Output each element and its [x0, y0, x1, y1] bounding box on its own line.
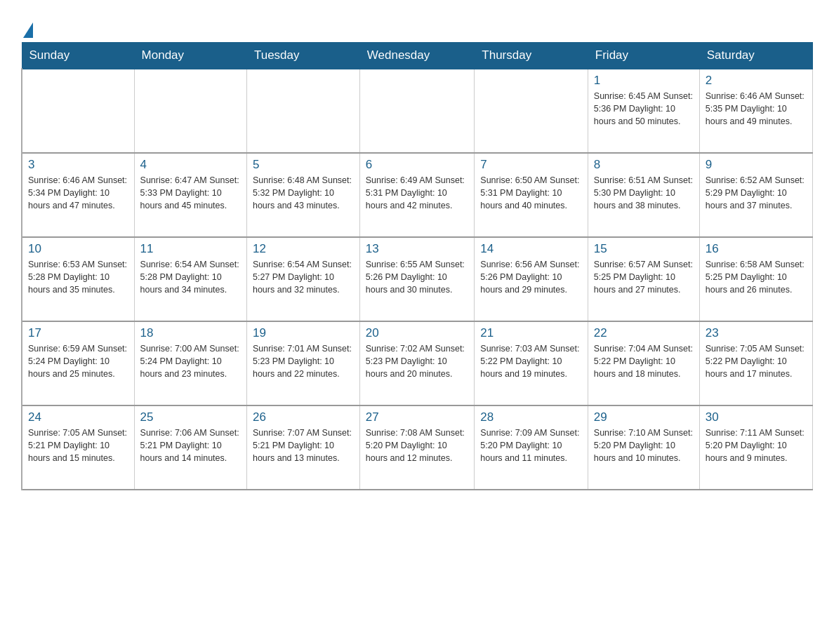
calendar-cell: 16Sunrise: 6:58 AM Sunset: 5:25 PM Dayli…	[699, 237, 812, 321]
day-number: 27	[366, 410, 469, 424]
calendar-day-header: Friday	[588, 43, 699, 69]
calendar-week-row: 24Sunrise: 7:05 AM Sunset: 5:21 PM Dayli…	[22, 405, 813, 490]
calendar-cell: 15Sunrise: 6:57 AM Sunset: 5:25 PM Dayli…	[588, 237, 699, 321]
day-number: 5	[253, 158, 354, 172]
day-number: 2	[706, 74, 807, 88]
day-info: Sunrise: 6:54 AM Sunset: 5:28 PM Dayligh…	[140, 258, 241, 296]
day-number: 26	[253, 410, 354, 424]
calendar-cell: 10Sunrise: 6:53 AM Sunset: 5:28 PM Dayli…	[22, 237, 134, 321]
calendar-cell: 21Sunrise: 7:03 AM Sunset: 5:22 PM Dayli…	[475, 321, 588, 405]
calendar-cell: 27Sunrise: 7:08 AM Sunset: 5:20 PM Dayli…	[359, 405, 475, 490]
day-number: 25	[140, 410, 241, 424]
day-info: Sunrise: 7:10 AM Sunset: 5:20 PM Dayligh…	[594, 427, 694, 464]
calendar-cell	[134, 69, 246, 153]
calendar-cell: 17Sunrise: 6:59 AM Sunset: 5:24 PM Dayli…	[22, 321, 134, 405]
day-number: 30	[706, 410, 807, 424]
day-number: 21	[480, 326, 582, 340]
calendar-cell	[246, 69, 359, 153]
calendar-day-header: Tuesday	[246, 43, 359, 69]
day-info: Sunrise: 7:00 AM Sunset: 5:24 PM Dayligh…	[140, 342, 241, 380]
day-number: 22	[594, 326, 694, 340]
calendar-cell: 22Sunrise: 7:04 AM Sunset: 5:22 PM Dayli…	[588, 321, 699, 405]
calendar-header-row: SundayMondayTuesdayWednesdayThursdayFrid…	[22, 43, 813, 69]
logo	[21, 21, 80, 35]
day-number: 18	[140, 326, 241, 340]
calendar-cell	[475, 69, 588, 153]
calendar-cell: 13Sunrise: 6:55 AM Sunset: 5:26 PM Dayli…	[359, 237, 475, 321]
day-info: Sunrise: 6:46 AM Sunset: 5:34 PM Dayligh…	[28, 174, 128, 212]
day-info: Sunrise: 6:56 AM Sunset: 5:26 PM Dayligh…	[480, 258, 582, 296]
calendar-day-header: Thursday	[475, 43, 588, 69]
day-info: Sunrise: 7:05 AM Sunset: 5:22 PM Dayligh…	[706, 342, 807, 380]
day-info: Sunrise: 6:47 AM Sunset: 5:33 PM Dayligh…	[140, 174, 241, 212]
calendar-cell: 24Sunrise: 7:05 AM Sunset: 5:21 PM Dayli…	[22, 405, 134, 490]
day-number: 24	[28, 410, 128, 424]
calendar-week-row: 1Sunrise: 6:45 AM Sunset: 5:36 PM Daylig…	[22, 69, 813, 153]
day-number: 1	[594, 74, 694, 88]
day-number: 7	[480, 158, 582, 172]
calendar-day-header: Sunday	[22, 43, 134, 69]
calendar-cell: 20Sunrise: 7:02 AM Sunset: 5:23 PM Dayli…	[359, 321, 475, 405]
calendar-day-header: Wednesday	[359, 43, 475, 69]
day-info: Sunrise: 7:11 AM Sunset: 5:20 PM Dayligh…	[706, 427, 807, 464]
day-info: Sunrise: 7:05 AM Sunset: 5:21 PM Dayligh…	[28, 427, 128, 464]
day-info: Sunrise: 6:48 AM Sunset: 5:32 PM Dayligh…	[253, 174, 354, 212]
calendar-cell: 1Sunrise: 6:45 AM Sunset: 5:36 PM Daylig…	[588, 69, 699, 153]
calendar-cell: 28Sunrise: 7:09 AM Sunset: 5:20 PM Dayli…	[475, 405, 588, 490]
day-info: Sunrise: 6:51 AM Sunset: 5:30 PM Dayligh…	[594, 174, 694, 212]
day-info: Sunrise: 6:57 AM Sunset: 5:25 PM Dayligh…	[594, 258, 694, 296]
day-info: Sunrise: 6:55 AM Sunset: 5:26 PM Dayligh…	[366, 258, 469, 296]
calendar-table: SundayMondayTuesdayWednesdayThursdayFrid…	[21, 42, 813, 490]
calendar-week-row: 10Sunrise: 6:53 AM Sunset: 5:28 PM Dayli…	[22, 237, 813, 321]
day-number: 11	[140, 242, 241, 256]
calendar-cell: 8Sunrise: 6:51 AM Sunset: 5:30 PM Daylig…	[588, 153, 699, 237]
day-info: Sunrise: 7:06 AM Sunset: 5:21 PM Dayligh…	[140, 427, 241, 464]
day-number: 19	[253, 326, 354, 340]
day-number: 17	[28, 326, 128, 340]
day-info: Sunrise: 7:04 AM Sunset: 5:22 PM Dayligh…	[594, 342, 694, 380]
day-number: 3	[28, 158, 128, 172]
day-number: 9	[706, 158, 807, 172]
calendar-cell: 5Sunrise: 6:48 AM Sunset: 5:32 PM Daylig…	[246, 153, 359, 237]
calendar-cell	[22, 69, 134, 153]
day-number: 10	[28, 242, 128, 256]
day-number: 15	[594, 242, 694, 256]
calendar-cell	[359, 69, 475, 153]
calendar-cell: 3Sunrise: 6:46 AM Sunset: 5:34 PM Daylig…	[22, 153, 134, 237]
day-info: Sunrise: 6:53 AM Sunset: 5:28 PM Dayligh…	[28, 258, 128, 296]
day-number: 12	[253, 242, 354, 256]
day-number: 29	[594, 410, 694, 424]
day-info: Sunrise: 6:46 AM Sunset: 5:35 PM Dayligh…	[706, 90, 807, 128]
day-number: 14	[480, 242, 582, 256]
day-info: Sunrise: 6:45 AM Sunset: 5:36 PM Dayligh…	[594, 90, 694, 128]
calendar-cell: 30Sunrise: 7:11 AM Sunset: 5:20 PM Dayli…	[699, 405, 812, 490]
calendar-cell: 2Sunrise: 6:46 AM Sunset: 5:35 PM Daylig…	[699, 69, 812, 153]
day-info: Sunrise: 6:59 AM Sunset: 5:24 PM Dayligh…	[28, 342, 128, 380]
calendar-cell: 29Sunrise: 7:10 AM Sunset: 5:20 PM Dayli…	[588, 405, 699, 490]
calendar-cell: 9Sunrise: 6:52 AM Sunset: 5:29 PM Daylig…	[699, 153, 812, 237]
day-info: Sunrise: 6:49 AM Sunset: 5:31 PM Dayligh…	[366, 174, 469, 212]
day-info: Sunrise: 6:58 AM Sunset: 5:25 PM Dayligh…	[706, 258, 807, 296]
calendar-week-row: 17Sunrise: 6:59 AM Sunset: 5:24 PM Dayli…	[22, 321, 813, 405]
calendar-cell: 11Sunrise: 6:54 AM Sunset: 5:28 PM Dayli…	[134, 237, 246, 321]
day-number: 16	[706, 242, 807, 256]
day-info: Sunrise: 7:08 AM Sunset: 5:20 PM Dayligh…	[366, 427, 469, 464]
page-header	[21, 14, 813, 35]
day-number: 8	[594, 158, 694, 172]
calendar-cell: 23Sunrise: 7:05 AM Sunset: 5:22 PM Dayli…	[699, 321, 812, 405]
day-number: 28	[480, 410, 582, 424]
day-number: 4	[140, 158, 241, 172]
day-number: 20	[366, 326, 469, 340]
calendar-day-header: Saturday	[699, 43, 812, 69]
calendar-cell: 6Sunrise: 6:49 AM Sunset: 5:31 PM Daylig…	[359, 153, 475, 237]
day-info: Sunrise: 7:01 AM Sunset: 5:23 PM Dayligh…	[253, 342, 354, 380]
calendar-week-row: 3Sunrise: 6:46 AM Sunset: 5:34 PM Daylig…	[22, 153, 813, 237]
calendar-cell: 19Sunrise: 7:01 AM Sunset: 5:23 PM Dayli…	[246, 321, 359, 405]
day-info: Sunrise: 6:50 AM Sunset: 5:31 PM Dayligh…	[480, 174, 582, 212]
day-info: Sunrise: 6:54 AM Sunset: 5:27 PM Dayligh…	[253, 258, 354, 296]
day-info: Sunrise: 6:52 AM Sunset: 5:29 PM Dayligh…	[706, 174, 807, 212]
logo-triangle-icon	[23, 22, 33, 38]
calendar-cell: 25Sunrise: 7:06 AM Sunset: 5:21 PM Dayli…	[134, 405, 246, 490]
calendar-day-header: Monday	[134, 43, 246, 69]
calendar-cell: 7Sunrise: 6:50 AM Sunset: 5:31 PM Daylig…	[475, 153, 588, 237]
